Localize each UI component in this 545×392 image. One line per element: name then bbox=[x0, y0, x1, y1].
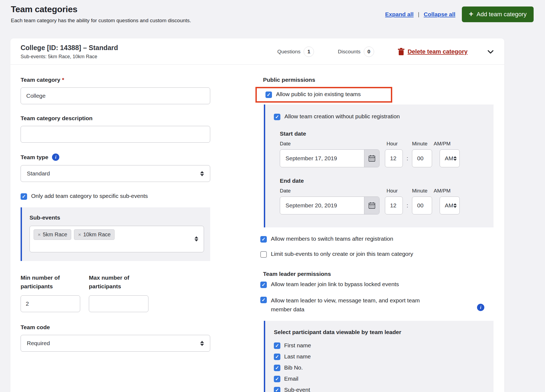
subevents-multiselect[interactable]: × 5km Race × 10km Race bbox=[30, 226, 204, 252]
page-title: Team categories bbox=[11, 4, 191, 14]
permissions-column: Public permissions Allow public to join … bbox=[255, 77, 495, 392]
team-category-label: Team category* bbox=[21, 77, 211, 83]
team-type-select[interactable]: Standard bbox=[21, 165, 210, 182]
team-category-description-input[interactable] bbox=[21, 126, 210, 143]
end-hour-input[interactable]: 12 bbox=[385, 197, 403, 214]
viewable-data-panel: Select participant data viewable by team… bbox=[264, 321, 494, 392]
last-name-label: Last name bbox=[284, 353, 311, 360]
left-form-column: Team category* Team category description… bbox=[21, 77, 211, 392]
ampm-label: AM/PM bbox=[434, 141, 460, 147]
start-date-value: September 17, 2019 bbox=[280, 150, 364, 167]
bypass-locked-checkbox[interactable] bbox=[260, 282, 267, 288]
link-separator: | bbox=[418, 11, 419, 18]
trash-icon bbox=[398, 48, 404, 55]
discounts-label: Discounts bbox=[338, 49, 360, 55]
calendar-icon[interactable] bbox=[364, 150, 379, 167]
required-asterisk: * bbox=[62, 77, 64, 83]
card-header: College [ID: 14388] – Standard Sub-event… bbox=[10, 38, 504, 65]
hour-label: Hour bbox=[387, 188, 403, 194]
sub-event-checkbox[interactable] bbox=[274, 387, 280, 392]
team-type-value: Standard bbox=[27, 170, 50, 177]
date-label: Date bbox=[280, 141, 379, 147]
max-participants-input[interactable] bbox=[89, 295, 148, 312]
team-code-select[interactable]: Required bbox=[21, 335, 210, 352]
questions-count-badge: 1 bbox=[304, 47, 314, 57]
end-date-heading: End date bbox=[280, 178, 494, 184]
end-minute-input[interactable]: 00 bbox=[412, 197, 432, 214]
team-code-value: Required bbox=[27, 340, 50, 347]
up-down-arrows-icon bbox=[453, 156, 457, 161]
team-code-label: Team code bbox=[21, 324, 211, 331]
view-export-info-icon[interactable]: i bbox=[477, 304, 484, 311]
discounts-count-badge: 0 bbox=[364, 47, 374, 57]
start-ampm-select[interactable]: AM bbox=[440, 149, 460, 167]
subevents-panel: Sub-events × 5km Race × 10km Race bbox=[21, 207, 210, 261]
team-category-card: College [ID: 14388] – Standard Sub-event… bbox=[10, 38, 504, 392]
switch-teams-checkbox[interactable] bbox=[260, 236, 267, 243]
sub-event-label: Sub-event bbox=[284, 387, 310, 392]
tag-remove-icon[interactable]: × bbox=[38, 232, 41, 238]
time-colon: : bbox=[404, 155, 410, 162]
collapse-all-link[interactable]: Collapse all bbox=[424, 11, 455, 18]
last-name-checkbox[interactable] bbox=[274, 354, 280, 360]
add-team-category-button[interactable]: + Add team category bbox=[462, 6, 534, 22]
team-category-input[interactable] bbox=[21, 87, 210, 104]
minute-label: Minute bbox=[412, 188, 432, 194]
add-team-category-label: Add team category bbox=[476, 11, 527, 18]
up-down-arrows-icon bbox=[200, 341, 204, 346]
subevent-tag-label: 5km Race bbox=[43, 231, 67, 238]
expand-all-link[interactable]: Expand all bbox=[385, 11, 414, 18]
tag-remove-icon[interactable]: × bbox=[78, 232, 81, 238]
limit-subevents-label: Limit sub-events to only create or join … bbox=[271, 251, 413, 257]
description-label: Team category description bbox=[21, 115, 211, 122]
delete-team-category-label: Delete team category bbox=[408, 48, 468, 55]
start-date-input[interactable]: September 17, 2019 bbox=[280, 149, 379, 167]
subevents-label: Sub-events bbox=[30, 214, 210, 221]
subevent-tag-label: 10km Race bbox=[83, 231, 111, 238]
up-down-arrows-icon bbox=[200, 171, 204, 176]
min-participants-input[interactable] bbox=[21, 295, 80, 312]
time-colon: : bbox=[404, 202, 410, 209]
first-name-checkbox[interactable] bbox=[274, 342, 280, 349]
email-checkbox[interactable] bbox=[274, 376, 280, 382]
bib-no-label: Bib No. bbox=[284, 364, 303, 371]
up-down-arrows-icon bbox=[453, 203, 457, 208]
plus-icon: + bbox=[469, 10, 473, 18]
allow-public-join-label: Allow public to join existing teams bbox=[276, 91, 361, 97]
up-down-arrows-icon bbox=[194, 236, 198, 241]
end-date-input[interactable]: September 20, 2019 bbox=[280, 197, 379, 214]
email-label: Email bbox=[284, 375, 299, 382]
end-date-block: End date to Date Hour Minute AM/PM Septe… bbox=[280, 178, 494, 214]
subevent-tag: × 5km Race bbox=[34, 229, 71, 240]
start-minute-input[interactable]: 00 bbox=[412, 149, 432, 167]
page-header: Team categories Each team category has t… bbox=[0, 0, 545, 24]
minute-label: Minute bbox=[412, 141, 432, 147]
discounts-count-group: Discounts 0 bbox=[338, 47, 374, 57]
chevron-down-icon[interactable] bbox=[486, 48, 495, 56]
bypass-locked-label: Allow team leader join link to bypass lo… bbox=[271, 281, 399, 288]
view-export-label: Allow team leader to view, message team,… bbox=[271, 296, 434, 314]
switch-teams-label: Allow members to switch teams after regi… bbox=[271, 236, 393, 242]
allow-team-creation-checkbox[interactable] bbox=[274, 114, 280, 120]
start-hour-input[interactable]: 12 bbox=[385, 149, 403, 167]
only-specific-subevents-checkbox[interactable] bbox=[21, 193, 27, 200]
hour-label: Hour bbox=[387, 141, 403, 147]
viewable-data-heading: Select participant data viewable by team… bbox=[274, 329, 494, 335]
bib-no-checkbox[interactable] bbox=[274, 365, 280, 371]
team-leader-permissions-heading: Team leader permissions bbox=[263, 271, 495, 277]
limit-subevents-checkbox[interactable] bbox=[260, 251, 267, 258]
view-export-checkbox[interactable] bbox=[260, 297, 267, 303]
start-date-block: Start date Date Hour Minute AM/PM Septem… bbox=[280, 130, 494, 167]
highlight-box: Allow public to join existing teams bbox=[255, 87, 392, 103]
subevent-tag: × 10km Race bbox=[74, 229, 115, 240]
delete-team-category-link[interactable]: Delete team category bbox=[398, 48, 468, 55]
calendar-icon[interactable] bbox=[364, 197, 379, 214]
allow-public-join-checkbox[interactable] bbox=[265, 92, 272, 98]
team-creation-panel: Allow team creation without public regis… bbox=[264, 104, 494, 227]
card-subtitle: Sub-events: 5km Race, 10km Race bbox=[21, 54, 118, 60]
team-type-info-icon[interactable]: i bbox=[52, 153, 59, 161]
date-label: Date bbox=[280, 188, 379, 194]
end-ampm-select[interactable]: AM bbox=[440, 197, 460, 214]
only-specific-subevents-label: Only add team category to specific sub-e… bbox=[31, 193, 148, 199]
allow-team-creation-label: Allow team creation without public regis… bbox=[284, 113, 400, 120]
